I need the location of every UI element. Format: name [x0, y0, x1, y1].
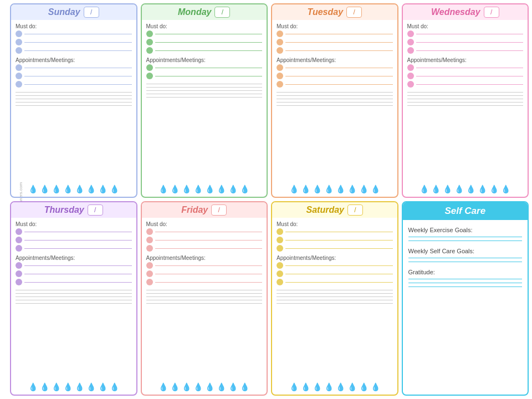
bullet-line [285, 42, 393, 43]
bullet-item [16, 30, 132, 37]
wednesday-header: Wednesday / [403, 4, 528, 20]
water-drop-icon: 💧 [217, 382, 226, 391]
bullet-line [24, 68, 132, 68]
sunday-notes [16, 92, 132, 180]
monday-must-do-list [146, 30, 263, 54]
bullet-line [285, 282, 393, 283]
friday-body: Must do: Appointments/Meetings: [142, 218, 267, 380]
friday-appt-label: Appointments/Meetings: [146, 255, 263, 261]
monday-must-do-label: Must do: [146, 23, 263, 29]
sunday-water-tracker: 💧💧💧💧💧💧💧💧 [11, 182, 136, 195]
bullet-item [146, 237, 263, 243]
monday-header: Monday / [142, 4, 267, 20]
bullet-circle [16, 81, 22, 88]
bullet-item [407, 30, 524, 37]
bullet-circle [277, 237, 283, 243]
bullet-item [407, 39, 524, 45]
wednesday-appt-label: Appointments/Meetings: [407, 57, 524, 63]
thursday-must-do-list [16, 228, 132, 252]
note-line [146, 87, 263, 88]
water-drop-icon: 💧 [110, 185, 119, 193]
bullet-line [155, 50, 263, 51]
bullet-line [24, 76, 132, 76]
water-drop-icon: 💧 [182, 382, 191, 391]
bullet-circle [16, 30, 22, 37]
bullet-item [407, 47, 524, 54]
friday-date-box[interactable]: / [211, 204, 227, 216]
bullet-circle [146, 245, 153, 252]
planner-grid: Sunday / Must do: Appointments/Meetings: [0, 0, 532, 399]
water-drop-icon: 💧 [63, 382, 73, 391]
water-drop-icon: 💧 [28, 185, 38, 193]
bullet-line [285, 240, 393, 241]
bullet-line [416, 68, 524, 68]
water-drop-icon: 💧 [28, 382, 38, 391]
tuesday-title: Tuesday [307, 7, 343, 17]
wednesday-appt-list [407, 64, 524, 88]
water-drop-icon: 💧 [466, 185, 475, 193]
wednesday-body: Must do: Appointments/Meetings: [403, 20, 528, 182]
bullet-line [416, 34, 524, 34]
bullet-line [24, 240, 132, 241]
sunday-must-do-list [16, 30, 132, 54]
monday-date-box[interactable]: / [214, 7, 230, 18]
bullet-item [277, 47, 393, 54]
water-drop-icon: 💧 [40, 185, 49, 193]
bullet-line [155, 68, 263, 68]
water-drop-icon: 💧 [420, 185, 429, 193]
bullet-circle [16, 228, 22, 235]
water-drop-icon: 💧 [182, 185, 191, 193]
bullet-circle [146, 47, 153, 54]
tuesday-water-tracker: 💧💧💧💧💧💧💧💧 [272, 182, 397, 195]
water-drop-icon: 💧 [289, 185, 299, 193]
note-line [16, 290, 132, 290]
bullet-item [146, 270, 263, 277]
bullet-circle [407, 30, 414, 37]
note-line [146, 90, 263, 91]
sunday-date-box[interactable]: / [84, 7, 99, 18]
exercise-line-1 [408, 237, 523, 237]
water-drop-icon: 💧 [478, 185, 487, 193]
bullet-item [146, 39, 263, 45]
bullet-item [277, 237, 393, 243]
exercise-line-2 [408, 241, 523, 241]
selfcare-line-2 [408, 262, 523, 262]
bullet-item [277, 228, 393, 235]
note-line [16, 293, 132, 294]
monday-water-tracker: 💧💧💧💧💧💧💧💧 [142, 182, 267, 195]
bullet-circle [277, 81, 283, 88]
bullet-circle [277, 245, 283, 252]
gratitude-line-1 [408, 279, 523, 279]
water-drop-icon: 💧 [324, 185, 334, 193]
bullet-line [416, 50, 524, 51]
bullet-circle [407, 39, 414, 45]
water-drop-icon: 💧 [228, 382, 238, 391]
tuesday-must-do-list [277, 30, 393, 54]
tuesday-appt-label: Appointments/Meetings: [277, 57, 393, 63]
bullet-circle [16, 262, 22, 269]
tuesday-date-box[interactable]: / [346, 7, 362, 18]
bullet-item [16, 81, 132, 88]
water-drop-icon: 💧 [86, 382, 96, 391]
water-drop-icon: 💧 [98, 185, 108, 193]
note-line [407, 99, 524, 99]
water-drop-icon: 💧 [501, 185, 510, 193]
note-line [277, 92, 393, 93]
saturday-header: Saturday / [272, 202, 397, 218]
saturday-water-tracker: 💧💧💧💧💧💧💧💧 [272, 380, 397, 392]
bullet-line [285, 274, 393, 274]
bullet-item [277, 30, 393, 37]
monday-appt-label: Appointments/Meetings: [146, 57, 263, 63]
day-card-wednesday: Wednesday / Must do: Appointments/Meetin… [402, 3, 529, 198]
bullet-line [24, 282, 132, 283]
bullet-line [24, 34, 132, 34]
note-line [277, 290, 393, 290]
wednesday-date-box[interactable]: / [484, 7, 499, 18]
bullet-item [277, 64, 393, 71]
thursday-date-box[interactable]: / [88, 204, 103, 216]
saturday-date-box[interactable]: / [347, 204, 363, 216]
saturday-title: Saturday [306, 205, 344, 215]
bullet-circle [146, 262, 153, 269]
bullet-item [146, 64, 263, 71]
selfcare-header: Self Care [403, 202, 528, 220]
